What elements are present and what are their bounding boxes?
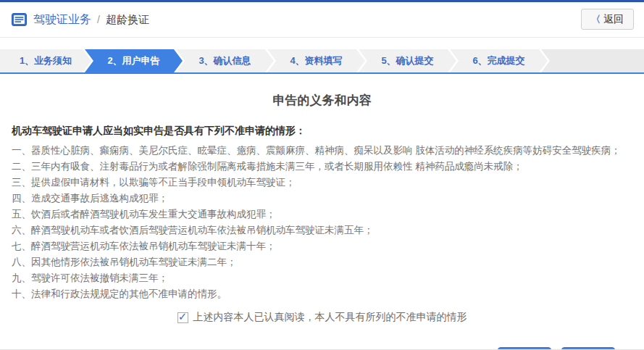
step-3-confirm-info[interactable]: 3、确认信息 [176,49,274,72]
condition-item: 十、法律和行政法规规定的其他不准申请的情形。 [12,286,632,302]
declaration-content: 申告的义务和内容 机动车驾驶证申请人应当如实申告是否具有下列不准申请的情形： 一… [0,92,644,350]
wizard-actions: 上一步 下一步 [12,347,632,350]
condition-item: 四、造成交通事故后逃逸构成犯罪； [12,191,632,207]
next-step-button[interactable]: 下一步 [561,347,615,350]
condition-item: 三、提供虚假申请材料，以欺骗等不正当手段申领机动车驾驶证； [12,175,632,191]
condition-item: 六、醉酒驾驶机动车或者饮酒后驾驶营运机动车依法被吊销机动车驾驶证未满五年； [12,222,632,238]
prev-step-button[interactable]: 上一步 [498,347,551,350]
condition-item: 五、饮酒后或者醉酒驾驶机动车发生重大交通事故构成犯罪； [12,207,632,222]
step-bar-underline [0,72,644,74]
step-bar-filler [541,49,644,72]
step-5-confirm-submit[interactable]: 5、确认提交 [359,49,456,72]
declaration-lead: 机动车驾驶证申请人应当如实申告是否具有下列不准申请的情形： [12,125,632,138]
chevron-left-icon: 〈 [591,13,601,26]
page-title: 申告的义务和内容 [12,92,632,109]
step-4-fill-materials[interactable]: 4、资料填写 [267,49,365,72]
back-button-label: 返回 [603,13,624,26]
breadcrumb-separator: / [97,14,100,25]
agreement-checkbox[interactable] [177,312,188,323]
step-1-business-notice[interactable]: 1、业务须知 [0,49,91,72]
step-2-user-declaration[interactable]: 2、用户申告 [85,49,183,72]
step-progress: 1、业务须知 2、用户申告 3、确认信息 4、资料填写 5、确认提交 6、完成提… [0,49,644,74]
step-6-finish-submit[interactable]: 6、完成提交 [450,49,548,72]
agreement-row: 上述内容本人已认真阅读，本人不具有所列的不准申请的情形 [12,311,632,324]
header: 驾驶证业务 / 超龄换证 〈 返回 [0,2,644,38]
condition-item: 二、三年内有吸食、注射毒品行为或者解除强制隔离戒毒措施未满三年，或者长期服用依赖… [12,159,632,175]
agreement-label: 上述内容本人已认真阅读，本人不具有所列的不准申请的情形 [193,311,467,324]
breadcrumb-current: 超龄换证 [106,13,149,27]
condition-item: 八、因其他情形依法被吊销机动车驾驶证未满二年； [12,254,632,270]
condition-list: 一、器质性心脏病、癫痫病、美尼尔氏症、眩晕症、癔病、震颤麻痹、精神病、痴呆以及影… [12,143,632,302]
condition-item: 九、驾驶许可依法被撤销未满三年； [12,270,632,286]
condition-item: 七、醉酒驾驶营运机动车依法被吊销机动车驾驶证未满十年； [12,238,632,254]
condition-item: 一、器质性心脏病、癫痫病、美尼尔氏症、眩晕症、癔病、震颤麻痹、精神病、痴呆以及影… [12,143,632,159]
back-button[interactable]: 〈 返回 [581,9,634,30]
step-bar: 1、业务须知 2、用户申告 3、确认信息 4、资料填写 5、确认提交 6、完成提… [0,49,644,72]
license-service-panel: 驾驶证业务 / 超龄换证 〈 返回 1、业务须知 2、用户申告 3、确认信息 4… [0,0,644,350]
breadcrumb-root[interactable]: 驾驶证业务 [33,12,91,28]
license-list-icon [12,13,27,26]
